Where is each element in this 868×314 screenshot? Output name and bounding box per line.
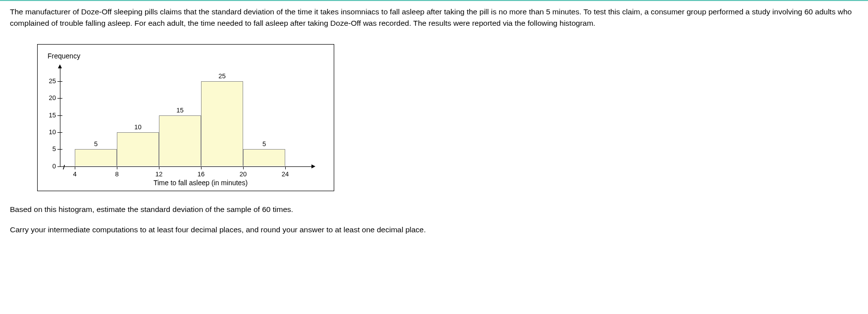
bar-value-label: 25 (218, 72, 225, 80)
bar-value-label: 5 (262, 140, 266, 148)
x-tick-label: 12 (155, 170, 162, 178)
bar-value-label: 5 (94, 140, 98, 148)
x-tick-label: 16 (198, 170, 204, 178)
x-tick-label: 8 (115, 170, 118, 178)
bar-value-label: 15 (176, 106, 183, 114)
y-tick-label: 0 (45, 162, 56, 170)
y-tick-label: 25 (45, 77, 56, 85)
y-tick-label: 20 (45, 94, 56, 102)
x-tick-label: 24 (282, 170, 289, 178)
histogram-bar (201, 81, 243, 166)
histogram-bar (159, 115, 201, 166)
question-text: Based on this histogram, estimate the st… (10, 204, 858, 215)
x-axis-label: Time to fall asleep (in minutes) (75, 179, 326, 187)
y-tick-label: 5 (45, 145, 56, 153)
problem-statement: The manufacturer of Doze-Off sleeping pi… (10, 6, 858, 29)
x-tick-label: 20 (240, 170, 247, 178)
y-tick-label: 15 (45, 111, 56, 119)
histogram-bar (243, 149, 285, 166)
y-tick-label: 10 (45, 128, 56, 136)
histogram-figure: Frequency //0510152025481216202451015255… (37, 44, 334, 191)
histogram-bar (75, 149, 117, 166)
instruction-text: Carry your intermediate computations to … (10, 224, 858, 235)
bar-value-label: 10 (134, 123, 141, 131)
y-axis-label: Frequency (48, 52, 326, 60)
histogram-bar (117, 132, 159, 166)
x-tick-label: 4 (73, 170, 76, 178)
